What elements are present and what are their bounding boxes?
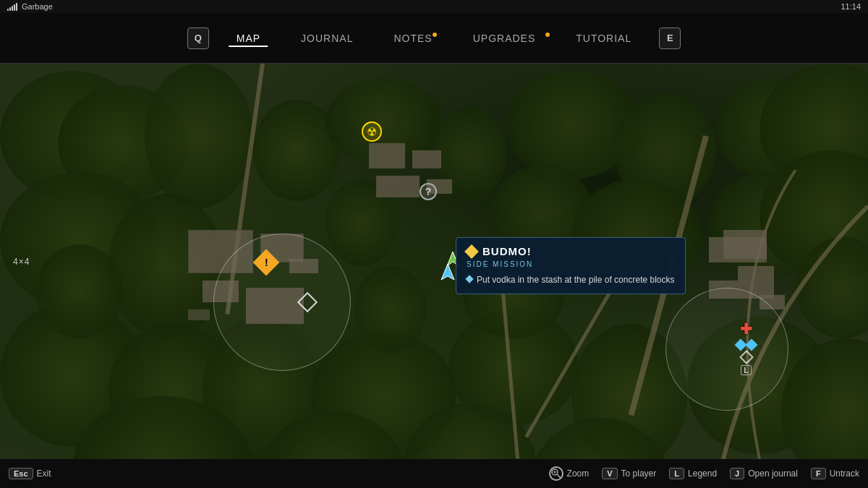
system-bar: Garbage 11:14 bbox=[0, 0, 868, 13]
l-key[interactable]: L bbox=[669, 468, 684, 479]
zoom-label: 4×4 bbox=[13, 257, 30, 267]
zoom-icon bbox=[549, 466, 563, 481]
zoom-label-bottom: Zoom bbox=[567, 468, 590, 479]
ruins-center bbox=[369, 143, 456, 208]
tab-upgrades[interactable]: Upgrades bbox=[453, 27, 556, 50]
time-display: 11:14 bbox=[841, 2, 861, 11]
signal-icon bbox=[7, 2, 17, 11]
j-key[interactable]: J bbox=[730, 468, 744, 479]
question-marker: ? bbox=[420, 183, 437, 200]
mission-title: BUDMO! bbox=[482, 245, 532, 257]
legend-control[interactable]: L Legend bbox=[669, 468, 717, 479]
mission-icon bbox=[464, 244, 479, 259]
tab-map[interactable]: Map bbox=[216, 27, 281, 50]
f-key[interactable]: F bbox=[811, 468, 826, 479]
tab-journal[interactable]: Journal bbox=[281, 27, 373, 50]
mission-circle-left bbox=[213, 234, 351, 371]
right-circle-icons: ✚ L bbox=[736, 320, 756, 375]
exit-control[interactable]: Esc Exit bbox=[9, 468, 51, 479]
v-key[interactable]: V bbox=[602, 468, 617, 479]
exit-label: Exit bbox=[37, 468, 51, 479]
svg-line-3 bbox=[557, 474, 561, 478]
map-controls: Zoom V To player L Legend J Open journal… bbox=[549, 466, 859, 481]
open-journal-control[interactable]: J Open journal bbox=[730, 468, 798, 479]
warning-diamond: ! bbox=[257, 253, 276, 272]
key-e-button[interactable]: E bbox=[659, 27, 681, 49]
mission-circle-right bbox=[665, 288, 788, 411]
zoom-control[interactable]: Zoom bbox=[549, 466, 590, 481]
map-area[interactable]: 4×4 ☢ ? ! ✚ L bbox=[0, 64, 868, 459]
open-journal-label: Open journal bbox=[748, 468, 798, 479]
system-bar-left: Garbage bbox=[7, 2, 53, 11]
radiation-marker: ☢ bbox=[362, 121, 382, 142]
key-q-button[interactable]: Q bbox=[187, 27, 209, 49]
tab-tutorial[interactable]: Tutorial bbox=[556, 27, 652, 50]
system-bar-right: 11:14 bbox=[841, 2, 861, 11]
mission-marker-diamond bbox=[300, 295, 315, 309]
untrack-label: Untrack bbox=[830, 468, 859, 479]
navigation-bar: Q Map Journal Notes Upgrades Tutorial E bbox=[0, 13, 868, 64]
upgrades-dot bbox=[545, 33, 550, 37]
legend-label: Legend bbox=[688, 468, 717, 479]
mission-type: SIDE MISSION bbox=[467, 260, 675, 268]
to-player-label: To player bbox=[621, 468, 657, 479]
mission-tooltip: BUDMO! SIDE MISSION Put vodka in the sta… bbox=[456, 237, 686, 294]
to-player-control[interactable]: V To player bbox=[602, 468, 656, 479]
carrier-label: Garbage bbox=[22, 2, 53, 11]
mission-description: Put vodka in the stash at the pile of co… bbox=[467, 274, 675, 286]
notes-dot bbox=[433, 33, 437, 37]
untrack-control[interactable]: F Untrack bbox=[811, 468, 859, 479]
esc-key[interactable]: Esc bbox=[9, 468, 33, 479]
bottom-bar: Esc Exit Zoom V To player L Legend bbox=[0, 459, 868, 488]
tab-notes[interactable]: Notes bbox=[373, 27, 452, 50]
mission-desc-icon bbox=[465, 275, 473, 283]
